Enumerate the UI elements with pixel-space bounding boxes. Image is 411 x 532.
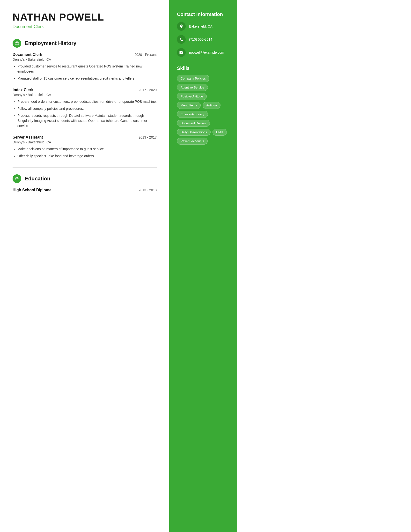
contact-email: npowell@example.com: [177, 48, 229, 57]
job-entry-2: Index Clerk 2017 - 2020 Denny's • Bakers…: [13, 88, 157, 128]
job-dates-3: 2013 - 2017: [139, 135, 157, 139]
bullet-item: Offer daily specials.Take food and bever…: [17, 153, 157, 159]
education-icon: [13, 174, 21, 183]
job-company-2: Denny's • Bakersfield, CA: [13, 93, 157, 97]
skill-badge: Positive Attitude: [177, 93, 207, 100]
skills-section-title: Skills: [177, 66, 229, 71]
bullet-item: Prepare food orders for customers, prep …: [17, 99, 157, 104]
job-company-3: Denny's • Bakersfield, CA: [13, 140, 157, 144]
bullet-item: Provided customer service to restaurant …: [17, 64, 157, 74]
employment-section-title: Employment History: [25, 40, 76, 47]
skill-badge: Menu Items: [177, 102, 201, 109]
email-icon: [177, 48, 186, 57]
email-text: npowell@example.com: [189, 50, 224, 54]
job-header-1: Document Clerk 2020 - Present: [13, 52, 157, 57]
job-entry-3: Server Assistant 2013 - 2017 Denny's • B…: [13, 135, 157, 159]
job-title-2: Index Clerk: [13, 88, 33, 92]
job-bullets-2: Prepare food orders for customers, prep …: [13, 99, 157, 128]
phone-text: (710) 555-8514: [189, 38, 212, 41]
job-bullets-3: Make decisions on matters of importance …: [13, 147, 157, 159]
skills-section: Skills Company PoliciesAttentive Service…: [177, 66, 229, 145]
education-section-title: Education: [25, 176, 50, 182]
bullet-item: Process records requests through Datatel…: [17, 113, 157, 128]
section-divider: [13, 167, 157, 168]
employment-section: Employment History Document Clerk 2020 -…: [13, 39, 157, 159]
contact-phone: (710) 555-8514: [177, 35, 229, 44]
edu-entry-1: High School Diploma 2013 - 2013: [13, 188, 157, 192]
location-icon: [177, 22, 186, 31]
employment-header: Employment History: [13, 39, 157, 48]
job-bullets-1: Provided customer service to restaurant …: [13, 64, 157, 81]
skill-badge: Document Review: [177, 120, 210, 127]
bullet-item: Make decisions on matters of importance …: [17, 147, 157, 152]
education-header: Education: [13, 174, 157, 183]
job-dates-1: 2020 - Present: [134, 53, 157, 57]
skill-badge: Ensure Accuracy: [177, 111, 208, 118]
skill-badge: Attentive Service: [177, 84, 208, 91]
skills-container: Company PoliciesAttentive ServicePositiv…: [177, 75, 229, 145]
skill-badge: Daily Observations: [177, 129, 211, 136]
phone-icon: [177, 35, 186, 44]
sidebar: Contact Information Bakersfield, CA (710…: [169, 0, 237, 532]
job-header-2: Index Clerk 2017 - 2020: [13, 88, 157, 92]
job-header-3: Server Assistant 2013 - 2017: [13, 135, 157, 140]
contact-location: Bakersfield, CA: [177, 22, 229, 31]
skill-badge: Company Policies: [177, 75, 209, 82]
bullet-item: Follow all company policies and procedur…: [17, 106, 157, 111]
job-title-1: Document Clerk: [13, 52, 42, 57]
employment-icon: [13, 39, 21, 48]
job-dates-2: 2017 - 2020: [139, 88, 157, 92]
contact-section-title: Contact Information: [177, 12, 229, 17]
education-section: Education High School Diploma 2013 - 201…: [13, 174, 157, 192]
job-title-3: Server Assistant: [13, 135, 43, 140]
bullet-item: Managed staff of 15 customer service rep…: [17, 76, 157, 81]
skill-badge: EMR: [213, 129, 227, 136]
main-content: NATHAN POWELL Document Clerk Employment …: [0, 0, 169, 532]
degree-dates: 2013 - 2013: [139, 188, 157, 192]
applicant-name: NATHAN POWELL: [13, 12, 157, 23]
skill-badge: Patient Accounts: [177, 138, 208, 145]
location-text: Bakersfield, CA: [189, 24, 212, 28]
skill-badge: Antigua: [203, 102, 221, 109]
job-entry-1: Document Clerk 2020 - Present Denny's • …: [13, 52, 157, 81]
job-company-1: Denny's • Bakersfield, CA: [13, 57, 157, 61]
contact-section: Contact Information Bakersfield, CA (710…: [177, 12, 229, 57]
applicant-title: Document Clerk: [13, 24, 157, 29]
degree-name: High School Diploma: [13, 188, 51, 192]
